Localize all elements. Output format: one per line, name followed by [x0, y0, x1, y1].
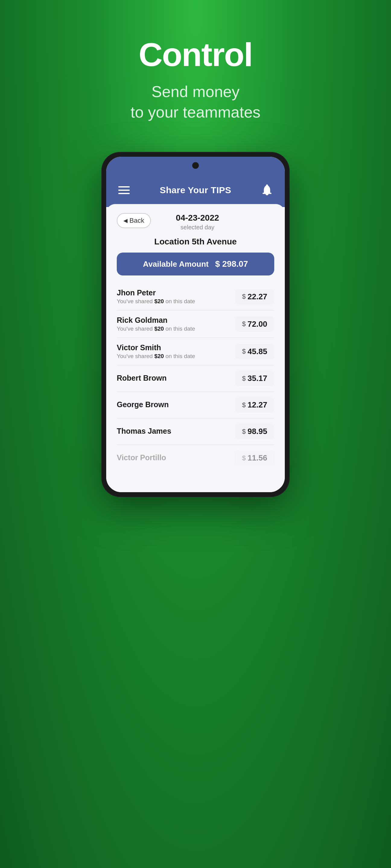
- header-title: Share Your TIPS: [160, 185, 231, 195]
- back-button[interactable]: ◀ Back: [117, 213, 151, 228]
- member-row[interactable]: George Brown$12.27: [117, 392, 274, 418]
- status-bar: [106, 157, 285, 178]
- dollar-sign: $: [242, 454, 246, 462]
- member-row[interactable]: Thomas James$98.95: [117, 418, 274, 445]
- amount-value: 35.17: [248, 374, 267, 383]
- member-name: Thomas James: [117, 427, 235, 435]
- location-title: Location 5th Avenue: [117, 237, 274, 247]
- dollar-sign: $: [242, 428, 246, 435]
- member-row[interactable]: Victor Portillo$11.56: [117, 445, 274, 471]
- phone-frame: Share Your TIPS ◀ Back: [102, 153, 289, 496]
- member-info: Jhon PeterYou've shared $20 on this date: [117, 288, 235, 305]
- bottom-area: [106, 477, 285, 492]
- member-name: Robert Brown: [117, 374, 235, 382]
- member-list: Jhon PeterYou've shared $20 on this date…: [117, 283, 274, 471]
- selected-date: 04-23-2022: [176, 213, 219, 223]
- member-shared-text: You've shared $20 on this date: [117, 298, 235, 305]
- svg-point-0: [266, 184, 268, 186]
- member-row[interactable]: Jhon PeterYou've shared $20 on this date…: [117, 283, 274, 310]
- notification-bell-icon[interactable]: [261, 184, 273, 196]
- member-info: George Brown: [117, 400, 235, 410]
- member-shared-text: You've shared $20 on this date: [117, 326, 235, 332]
- available-amount-label: Available Amount $ 298.07: [143, 259, 248, 269]
- amount-value: 72.00: [248, 319, 267, 329]
- member-name: George Brown: [117, 400, 235, 409]
- phone-screen: Share Your TIPS ◀ Back: [106, 157, 285, 492]
- amount-value: 12.27: [248, 400, 267, 410]
- dollar-sign: $: [242, 375, 246, 382]
- member-name: Rick Goldman: [117, 316, 235, 324]
- member-row[interactable]: Victor SmithYou've shared $20 on this da…: [117, 338, 274, 365]
- camera-dot: [192, 162, 199, 169]
- member-name: Victor Portillo: [117, 453, 235, 462]
- hamburger-menu-icon[interactable]: [118, 186, 130, 194]
- available-amount-banner: Available Amount $ 298.07: [117, 253, 274, 276]
- app-content: ◀ Back 04-23-2022 selected day Location …: [106, 204, 285, 477]
- amount-box: $22.27: [235, 289, 274, 304]
- content-wrapper: Control Send money to your teammates Sha…: [0, 0, 391, 496]
- dollar-sign: $: [242, 401, 246, 409]
- dollar-sign: $: [242, 293, 246, 301]
- amount-value: 45.85: [248, 347, 267, 356]
- amount-box: $98.95: [235, 424, 274, 439]
- dollar-sign: $: [242, 320, 246, 328]
- member-info: Thomas James: [117, 427, 235, 436]
- app-header: Share Your TIPS: [106, 178, 285, 207]
- member-row[interactable]: Rick GoldmanYou've shared $20 on this da…: [117, 310, 274, 338]
- amount-value: 98.95: [248, 427, 267, 436]
- amount-box: $72.00: [235, 316, 274, 332]
- amount-box: $11.56: [235, 450, 274, 466]
- member-info: Victor Portillo: [117, 453, 235, 463]
- member-shared-text: You've shared $20 on this date: [117, 353, 235, 360]
- back-arrow-icon: ◀: [123, 217, 128, 224]
- member-info: Victor SmithYou've shared $20 on this da…: [117, 343, 235, 360]
- member-name: Jhon Peter: [117, 288, 235, 297]
- member-row[interactable]: Robert Brown$35.17: [117, 365, 274, 392]
- amount-value: 11.56: [248, 453, 267, 463]
- selected-day-label: selected day: [176, 224, 219, 231]
- hero-subtitle: Send money to your teammates: [131, 82, 261, 122]
- dollar-sign: $: [242, 347, 246, 355]
- amount-box: $45.85: [235, 344, 274, 359]
- member-name: Victor Smith: [117, 343, 235, 352]
- available-amount-value: $ 298.07: [215, 259, 248, 269]
- member-info: Rick GoldmanYou've shared $20 on this da…: [117, 316, 235, 332]
- hero-title: Control: [138, 36, 252, 73]
- amount-value: 22.27: [248, 292, 267, 301]
- amount-box: $12.27: [235, 397, 274, 412]
- date-info: 04-23-2022 selected day: [176, 213, 219, 231]
- amount-box: $35.17: [235, 371, 274, 386]
- member-info: Robert Brown: [117, 374, 235, 383]
- top-nav: ◀ Back 04-23-2022 selected day: [117, 213, 274, 231]
